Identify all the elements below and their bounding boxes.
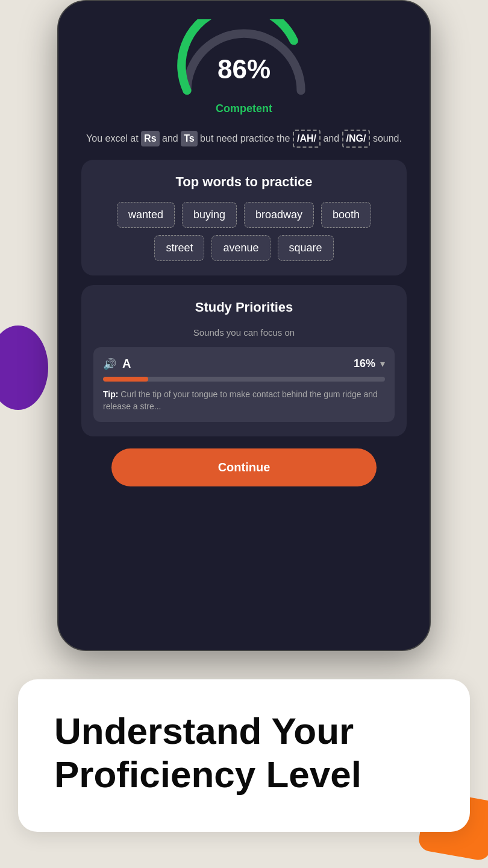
gauge-section: 86% Competent bbox=[70, 19, 418, 115]
top-words-title: Top words to practice bbox=[93, 174, 395, 190]
bottom-card-title: Understand Your Proficiency Level bbox=[54, 709, 434, 796]
progress-bar-fill bbox=[103, 377, 148, 382]
highlight-rs: Rs bbox=[141, 131, 159, 146]
gauge-text: 86% bbox=[217, 56, 271, 83]
desc-and1: and bbox=[162, 133, 178, 143]
word-chip-square[interactable]: square bbox=[278, 235, 334, 261]
gauge-container: 86% bbox=[172, 19, 316, 98]
priority-item: 🔊 A 16% ▾ Tip: Curl the tip of your t bbox=[93, 347, 395, 422]
word-chip-booth[interactable]: booth bbox=[321, 202, 371, 228]
study-priorities-subtitle: Sounds you can focus on bbox=[93, 327, 395, 338]
progress-bar-background bbox=[103, 377, 385, 382]
gauge-symbol: % bbox=[247, 54, 271, 84]
highlight-ts: Ts bbox=[181, 131, 197, 146]
tip-content: Curl the tip of your tongue to make cont… bbox=[103, 389, 378, 411]
chevron-down-icon[interactable]: ▾ bbox=[380, 358, 385, 370]
purple-decoration bbox=[0, 326, 48, 410]
bottom-card: Understand Your Proficiency Level bbox=[18, 679, 470, 832]
word-chip-avenue[interactable]: avenue bbox=[211, 235, 270, 261]
sound-ah: /AH/ bbox=[293, 130, 321, 148]
description-text: You excel at Rs and Ts but need practice… bbox=[86, 130, 402, 148]
word-chip-broadway[interactable]: broadway bbox=[244, 202, 314, 228]
phone-frame: 86% Competent You excel at Rs and Ts but… bbox=[57, 0, 431, 651]
word-chip-wanted[interactable]: wanted bbox=[117, 202, 175, 228]
words-container: wanted buying broadway booth street aven… bbox=[93, 202, 395, 261]
study-priorities-card: Study Priorities Sounds you can focus on… bbox=[81, 285, 407, 436]
continue-button[interactable]: Continue bbox=[111, 448, 377, 486]
word-chip-street[interactable]: street bbox=[154, 235, 204, 261]
side-button bbox=[430, 122, 431, 158]
tip-label: Tip: bbox=[103, 389, 118, 399]
priority-header: 🔊 A 16% ▾ bbox=[103, 357, 385, 371]
priority-percent: 16% bbox=[354, 357, 375, 370]
gauge-percent: 86% bbox=[217, 56, 271, 83]
word-chip-buying[interactable]: buying bbox=[182, 202, 237, 228]
desc-text-before: You excel at bbox=[86, 133, 139, 143]
sound-ng: /NG/ bbox=[342, 130, 371, 148]
top-words-card: Top words to practice wanted buying broa… bbox=[81, 160, 407, 275]
priority-letter: A bbox=[122, 357, 131, 371]
desc-text-after: sound. bbox=[373, 133, 402, 143]
tip-text: Tip: Curl the tip of your tongue to make… bbox=[103, 389, 385, 412]
priority-left: 🔊 A bbox=[103, 357, 131, 371]
speaker-icon[interactable]: 🔊 bbox=[103, 357, 116, 371]
desc-but-need: but need practice the bbox=[200, 133, 293, 143]
desc-and2: and bbox=[323, 133, 339, 143]
gauge-number: 86 bbox=[217, 54, 247, 84]
gauge-label: Competent bbox=[216, 102, 272, 115]
study-priorities-title: Study Priorities bbox=[93, 300, 395, 315]
